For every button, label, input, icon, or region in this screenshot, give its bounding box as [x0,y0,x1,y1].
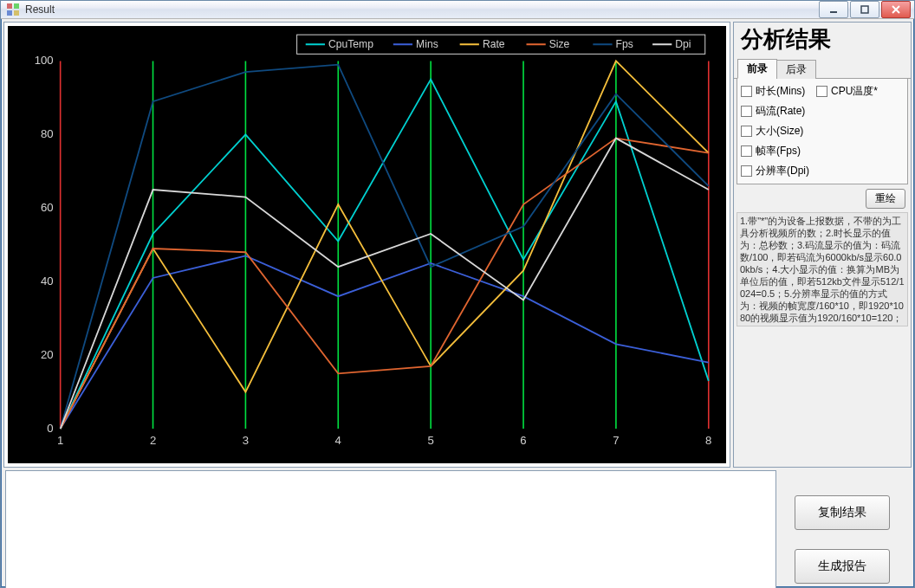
close-button[interactable] [881,1,911,18]
svg-rect-3 [14,10,19,16]
redraw-button[interactable]: 重绘 [866,189,905,209]
checkbox-icon [741,106,752,117]
close-icon [892,5,900,14]
help-text: 1.带"*"的为设备上报数据，不带的为工具分析视频所的数；2.时长显示的值为：总… [737,212,908,326]
tab-body: 时长(Mins)码流(Rate)大小(Size)帧率(Fps)分辨率(Dpi) … [737,79,908,184]
svg-text:Mins: Mins [416,38,438,50]
checkbox-column-right: CPU温度* [816,84,878,178]
app-icon [6,3,20,16]
svg-text:6: 6 [520,434,526,447]
svg-text:4: 4 [335,434,341,447]
svg-rect-0 [7,3,12,9]
checkbox-icon [741,165,752,177]
checkbox-label: 帧率(Fps) [756,144,801,158]
svg-text:Rate: Rate [483,38,505,50]
svg-rect-8 [8,26,726,463]
svg-text:0: 0 [47,422,53,435]
checkbox-label: 码流(Rate) [756,104,805,119]
svg-text:3: 3 [243,434,249,447]
tab-back[interactable]: 后录 [776,60,816,79]
checkbox-icon [816,86,827,97]
maximize-icon [860,5,869,14]
svg-text:100: 100 [35,54,54,67]
svg-text:8: 8 [705,434,711,447]
checkbox-label: 大小(Size) [756,124,803,139]
svg-text:60: 60 [41,201,54,214]
side-panel: 分析结果 前录 后录 时长(Mins)码流(Rate)大小(Size)帧率(Fp… [733,22,912,468]
minimize-icon [829,5,838,14]
lower-row: 复制结果 生成报告 [3,470,912,588]
copy-result-button[interactable]: 复制结果 [795,495,890,530]
action-column: 复制结果 生成报告 [782,470,912,588]
result-textbox[interactable] [5,470,776,588]
side-header: 分析结果 [734,23,911,60]
svg-text:CpuTemp: CpuTemp [328,38,373,50]
svg-text:Size: Size [549,38,570,50]
svg-rect-1 [14,3,19,9]
tab-front[interactable]: 前录 [737,59,777,79]
checkbox-icon [741,126,752,137]
checkbox-row[interactable]: 码流(Rate) [741,104,809,119]
svg-text:40: 40 [41,275,54,288]
svg-text:2: 2 [150,434,156,447]
checkbox-column-left: 时长(Mins)码流(Rate)大小(Size)帧率(Fps)分辨率(Dpi) [741,84,809,178]
svg-text:80: 80 [41,127,54,140]
checkbox-row[interactable]: CPU温度* [816,84,878,99]
chart-canvas: 02040608010012345678CpuTempMinsRateSizeF… [8,26,726,463]
svg-text:Fps: Fps [616,38,633,50]
checkbox-row[interactable]: 大小(Size) [741,124,809,139]
checkbox-row[interactable]: 分辨率(Dpi) [741,164,809,178]
titlebar: Result [1,1,914,19]
svg-text:Dpi: Dpi [675,38,691,50]
chart-panel: 02040608010012345678CpuTempMinsRateSizeF… [3,22,730,468]
checkbox-row[interactable]: 时长(Mins) [741,84,809,99]
redraw-row: 重绘 [734,187,911,212]
checkbox-label: 分辨率(Dpi) [756,164,809,178]
minimize-button[interactable] [819,1,848,18]
maximize-button[interactable] [850,1,879,18]
svg-text:5: 5 [428,434,434,447]
svg-rect-5 [861,6,868,13]
checkbox-icon [741,145,752,157]
upper-row: 02040608010012345678CpuTempMinsRateSizeF… [3,22,912,468]
checkbox-label: CPU温度* [831,84,878,99]
svg-text:1: 1 [57,434,63,447]
window-buttons [819,1,911,18]
svg-rect-2 [7,10,12,16]
svg-text:7: 7 [613,434,619,447]
svg-text:20: 20 [41,348,54,361]
tab-strip: 前录 后录 [734,60,911,79]
generate-report-button[interactable]: 生成报告 [795,549,890,584]
checkbox-row[interactable]: 帧率(Fps) [741,144,809,158]
content-area: 02040608010012345678CpuTempMinsRateSizeF… [1,19,914,588]
result-window: Result 02040608010012345678CpuTempMinsRa… [0,0,915,588]
window-title: Result [25,3,819,16]
checkbox-label: 时长(Mins) [756,84,805,99]
checkbox-icon [741,86,752,97]
